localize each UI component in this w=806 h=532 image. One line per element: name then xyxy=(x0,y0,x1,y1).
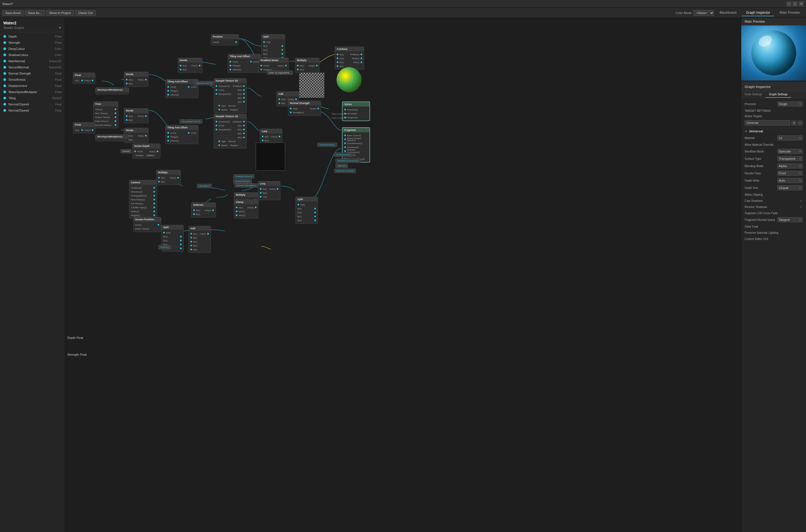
node-multiply-1[interactable]: Multiply A(1)Out(1) B(1) xyxy=(295,58,320,73)
property-dot xyxy=(3,72,6,75)
node-lerp-1[interactable]: Lerp A(4)Out(4) B(4) T(4) xyxy=(258,181,280,200)
material-value: Lit xyxy=(779,136,782,139)
node-screen-pos[interactable]: Screen Position Out(4) Mode: Default xyxy=(133,217,161,232)
node-position[interactable]: Position Out(3) xyxy=(211,34,239,45)
property-dot xyxy=(3,91,6,93)
fragment-normal-dropdown[interactable]: Tangent ▼ xyxy=(777,217,803,222)
universal-collapse[interactable]: ▼ Universal xyxy=(744,128,804,134)
graph-inspector-tab-button[interactable]: Graph Inspector xyxy=(742,10,774,16)
blending-mode-label: Blending Mode xyxy=(745,165,776,168)
blending-mode-value: Alpha xyxy=(779,164,787,168)
node-settings-tab[interactable]: Node Settings xyxy=(741,91,766,98)
node-fragment[interactable]: Fragment Base Color(3) Normal (Tangent S… xyxy=(342,127,370,163)
node-tiling-offset-1[interactable]: Tiling And Offset UV(2)UV(2) Tiling(2) O… xyxy=(228,54,261,73)
property-item-normal2speed[interactable]: Normal2SpeedFloat xyxy=(0,107,65,114)
node-tiling-offset-3[interactable]: Tiling And Offset UV(2)UV(2) Tiling(2) O… xyxy=(165,125,199,144)
node-tiling-offset-2[interactable]: Tiling And Offset UV(2)UV(2) Tiling(2) O… xyxy=(165,79,199,98)
add-property-button[interactable]: + xyxy=(59,25,61,30)
maximize-button[interactable]: □ xyxy=(792,1,798,6)
precision-row: Precision Single ▼ xyxy=(744,100,804,108)
node-float-1[interactable]: Float X(1)Out(1) xyxy=(73,73,95,84)
clear-coat-label: Clear Coat xyxy=(745,225,803,228)
smooth-delta-ref: SmoothDelta(1) xyxy=(317,143,337,147)
ambient-occlusion-ref: Ambient Occlusion(1) xyxy=(336,159,361,163)
depth-write-arrow: ▼ xyxy=(799,179,801,182)
node-camera[interactable]: Camera Position(3) Direction(3) Orthogra… xyxy=(129,180,157,218)
node-wave-speed-2[interactable]: WaveSpeedMultiplier(1) xyxy=(95,134,129,141)
render-face-dropdown[interactable]: Front ▼ xyxy=(777,171,803,176)
node-add-2[interactable]: Add A(1)Out(1) B(1) A(1) B(1) A(1) xyxy=(188,226,211,253)
property-item-depth[interactable]: DepthFloat xyxy=(0,33,65,39)
node-graph-canvas[interactable]: Position Out(3) Split In(3) R(1) G(1) B(… xyxy=(65,18,741,532)
toolbar: Save Asset Save As... Show In Project Ch… xyxy=(0,8,806,18)
material-dropdown[interactable]: Lit ▼ xyxy=(777,135,803,140)
property-item-secondnormal[interactable]: SecondNormalTexture2D xyxy=(0,64,65,70)
preview-title: Main Preview xyxy=(741,18,806,25)
alpha-clipping-row: Alpha Clipping xyxy=(744,191,804,197)
node-scene-depth[interactable]: Scene Depth UV(4)Out(1) SamplerLinear... xyxy=(132,144,161,159)
check-out-button[interactable]: Check Out xyxy=(75,10,96,16)
remove-target-button[interactable]: − xyxy=(798,120,803,126)
property-item-mainnormal[interactable]: MainNormalTexture2D xyxy=(0,58,65,64)
property-item-shallowcolour[interactable]: ShallowColourColor xyxy=(0,52,65,58)
material-row: Material Lit ▼ xyxy=(744,134,804,141)
add-target-button[interactable]: + xyxy=(791,120,796,126)
node-float-2[interactable]: Float X(1)Out(1) xyxy=(73,122,95,133)
node-multiply-2[interactable]: Multiply A(1)Out(1) B(1) xyxy=(156,170,181,185)
tex-preview-noise xyxy=(299,73,324,98)
plus-minus-controls: + − xyxy=(791,120,803,126)
workflow-mode-dropdown[interactable]: Specular ▼ xyxy=(777,149,803,154)
save-asset-button[interactable]: Save Asset xyxy=(2,10,24,16)
depth-write-value: Auto xyxy=(779,179,785,182)
node-time[interactable]: Time Time(1) Sine Time(1) Cosine Time(1)… xyxy=(93,101,118,128)
object-space-label-2: Object Space ● xyxy=(331,117,347,119)
node-subtract[interactable]: Subtract A(1)Out(1) B(1) xyxy=(191,202,216,217)
property-item-deepcolour[interactable]: DeepColourColor xyxy=(0,46,65,52)
close-button[interactable]: ✕ xyxy=(799,1,804,6)
node-split-2[interactable]: Split In(4) R(1) G(1) B(1) A(1) xyxy=(296,197,318,224)
node-sample-tex-2[interactable]: Sample Texture 2D Texture(T2)RGBA(4) UV(… xyxy=(213,114,247,149)
node-normal-strength[interactable]: Normal Strength In(3)Out(3) Strength(1) xyxy=(288,101,321,116)
color-mode-select[interactable]: <None> xyxy=(693,10,714,16)
main-preview-tab-button[interactable]: Main Preview xyxy=(776,10,804,16)
toolbar-right: Color Mode <None> Blackboard Graph Inspe… xyxy=(676,10,804,16)
receive-shadows-row: Receive Shadows ✓ xyxy=(744,204,804,210)
graph-settings-tab[interactable]: Graph Settings xyxy=(766,91,791,98)
node-wave-speed-1[interactable]: WaveSpeedMultiplier(1) xyxy=(95,88,129,94)
minimize-button[interactable]: ─ xyxy=(786,1,791,6)
depth-test-dropdown[interactable]: LEqual ▼ xyxy=(777,185,803,190)
custom-editor-row: Custom Editor GUI xyxy=(744,236,804,242)
property-dot xyxy=(3,66,6,69)
node-combine[interactable]: Combine R(1)RGBA(4) G(1)RGB(3) B(1)RG(2)… xyxy=(335,46,364,70)
property-item-normal1speed[interactable]: Normal1SpeedFloat xyxy=(0,101,65,107)
node-sample-tex-1[interactable]: Sample Texture 2D Texture(T2)RGBA(4) UV(… xyxy=(213,78,247,113)
depth-write-dropdown[interactable]: Auto ▼ xyxy=(777,178,803,183)
clear-coat-row: Clear Coat xyxy=(744,223,804,230)
property-item-tiling[interactable]: TilingVector2 xyxy=(0,95,65,101)
show-in-project-button[interactable]: Show In Project xyxy=(46,10,74,16)
surface-type-dropdown[interactable]: Transparent ▼ xyxy=(777,156,803,161)
save-as-button[interactable]: Save As... xyxy=(25,10,45,16)
shader-name: Water2 xyxy=(3,21,61,25)
render-face-row: Render Face Front ▼ xyxy=(744,170,804,177)
node-divide-2[interactable]: Divide A(1)Out(1) B(1) xyxy=(124,72,149,87)
node-divide-1[interactable]: Divide A(1)Out(1) B(1) xyxy=(178,58,202,73)
property-item-displacement[interactable]: DisplacementFloat xyxy=(0,83,65,89)
collapse-arrow: ▼ xyxy=(745,130,747,133)
node-divide-3[interactable]: Divide A(1)Out(1) B(1) xyxy=(124,108,149,123)
property-name: WaveSpeedMultiplier xyxy=(8,90,53,94)
normal-strength-ref: Normal Strength(1) xyxy=(235,183,258,188)
node-split-1[interactable]: Split In(3) R(1) G(1) B(1) A(1) xyxy=(261,34,285,61)
property-item-normal-strength[interactable]: Normal StrengthFloat xyxy=(0,70,65,77)
blending-mode-dropdown[interactable]: Alpha ▼ xyxy=(777,164,803,169)
property-item-strength[interactable]: StrengthFloat xyxy=(0,39,65,46)
allow-override-row: Allow Material Override xyxy=(744,141,804,148)
node-clamp[interactable]: Clamp In(1)Out(1) Min(1) Max(1) xyxy=(234,200,259,218)
shader-type-row: Shader Graphs + xyxy=(3,25,61,30)
precision-dropdown[interactable]: Single ▼ xyxy=(777,101,803,107)
workflow-mode-label: Workflow Mode xyxy=(745,150,776,153)
blackboard-tab-button[interactable]: Blackboard xyxy=(716,10,741,16)
material-arrow: ▼ xyxy=(799,137,801,139)
property-item-wavespeedmultiplier[interactable]: WaveSpeedMultiplierFloat xyxy=(0,89,65,95)
property-item-smoothness[interactable]: SmoothnessFloat xyxy=(0,77,65,83)
